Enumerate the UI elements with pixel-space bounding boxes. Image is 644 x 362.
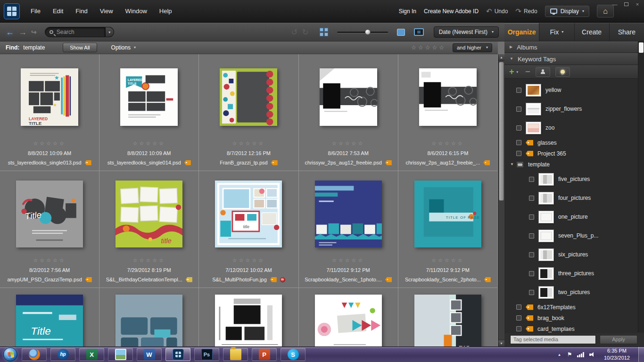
rating-stars[interactable]: ☆☆☆☆☆ xyxy=(33,141,66,148)
media-thumbnail[interactable]: title xyxy=(116,181,182,247)
scrollbar-thumb[interactable] xyxy=(499,62,504,201)
tab-share[interactable]: Share xyxy=(610,23,644,41)
keyword-tag-row[interactable]: zoo xyxy=(510,118,636,137)
tag-checkbox[interactable] xyxy=(529,252,534,257)
search-input[interactable] xyxy=(57,29,98,35)
fullscreen-view-icon[interactable] xyxy=(414,28,424,36)
media-thumbnail[interactable] xyxy=(419,68,477,126)
tag-checkbox[interactable] xyxy=(516,88,521,93)
media-thumbnail[interactable] xyxy=(315,181,382,247)
rotate-left-icon[interactable]: ↺ xyxy=(291,28,297,36)
media-thumbnail[interactable] xyxy=(320,68,377,126)
tag-checkbox[interactable] xyxy=(529,196,534,201)
chevron-down-icon[interactable]: ▾ xyxy=(517,70,519,74)
taskbar-powerpoint-button[interactable]: P xyxy=(252,348,277,361)
media-thumbnail[interactable]: Title xyxy=(16,295,83,346)
scroll-down-button[interactable]: ▼ xyxy=(498,340,504,346)
apply-button[interactable]: Apply xyxy=(600,335,637,344)
rating-stars[interactable]: ☆☆☆☆☆ xyxy=(33,258,66,264)
start-button[interactable] xyxy=(3,347,17,362)
new-keyword-tag-button[interactable]: + xyxy=(509,67,514,76)
rating-stars[interactable]: ☆☆☆☆☆ xyxy=(332,258,364,264)
taskbar-firefox-button[interactable] xyxy=(22,348,47,361)
keyword-tag-row[interactable]: six_pictures xyxy=(510,245,636,264)
grid-scrollbar[interactable]: ▲ ▼ xyxy=(498,54,504,346)
back-button[interactable]: ← xyxy=(6,28,14,36)
expand-arrow-icon[interactable]: ▼ xyxy=(510,163,516,166)
tag-checkbox[interactable] xyxy=(529,271,534,276)
tag-suggestions-button[interactable] xyxy=(555,67,570,77)
tag-checkbox[interactable] xyxy=(516,125,521,131)
media-thumbnail[interactable] xyxy=(315,295,382,346)
tag-checkbox[interactable] xyxy=(516,140,521,145)
keyword-tag-row[interactable]: yellow xyxy=(510,81,636,99)
rating-stars[interactable]: ☆☆☆☆☆ xyxy=(431,258,464,264)
tag-selected-media-input[interactable] xyxy=(510,335,596,344)
keyword-tag-row[interactable]: two_pictures xyxy=(510,283,636,302)
menu-window[interactable]: Window xyxy=(119,0,153,22)
rating-stars[interactable]: ☆☆☆☆☆ xyxy=(232,141,265,148)
media-thumbnail[interactable]: BIGTITLE xyxy=(414,295,481,346)
menu-help[interactable]: Help xyxy=(153,0,178,22)
create-adobe-id-link[interactable]: Create New Adobe ID xyxy=(424,8,479,15)
show-desktop-button[interactable] xyxy=(638,347,644,362)
tray-expand-icon[interactable]: ▴ xyxy=(557,352,562,357)
keyword-tag-row[interactable]: brag_book xyxy=(510,313,636,323)
keyword-tag-row[interactable]: glasses xyxy=(510,137,636,148)
keyword-tag-row[interactable]: zipper_flowers xyxy=(510,99,636,118)
rating-stars[interactable]: ☆☆☆☆☆ xyxy=(133,141,165,148)
sort-order-dropdown[interactable]: Date (Newest First)▾ xyxy=(434,26,499,38)
media-thumbnail[interactable]: Title xyxy=(16,181,83,247)
forward-history-icon[interactable]: ↪ xyxy=(31,29,37,35)
tab-organize[interactable]: Organize xyxy=(504,23,539,41)
restore-button[interactable] xyxy=(623,2,629,7)
rating-stars[interactable]: ☆☆☆☆☆ xyxy=(232,258,265,264)
minimize-button[interactable]: — xyxy=(612,2,618,7)
keyword-tag-row[interactable]: one_picture xyxy=(510,207,636,226)
slider-handle[interactable] xyxy=(365,29,371,35)
single-media-view-icon[interactable] xyxy=(397,29,405,36)
tag-checkbox[interactable] xyxy=(516,107,521,112)
taskbar-clock[interactable]: 6:35 PM 10/23/2012 xyxy=(601,347,633,362)
tag-checkbox[interactable] xyxy=(529,233,534,239)
tag-checkbox[interactable] xyxy=(516,304,521,310)
tag-checkbox[interactable] xyxy=(516,326,521,331)
rotate-right-icon[interactable]: ↻ xyxy=(302,28,308,36)
options-dropdown[interactable]: Options▾ xyxy=(111,44,136,51)
menu-edit[interactable]: Edit xyxy=(47,0,69,22)
undo-button[interactable]: ↶Undo xyxy=(486,8,508,15)
delete-keyword-tag-button[interactable]: − xyxy=(525,67,530,76)
panel-scrollbar[interactable] xyxy=(638,41,644,332)
media-thumbnail[interactable] xyxy=(116,295,182,346)
sign-in-link[interactable]: Sign In xyxy=(399,8,416,15)
search-dropdown-button[interactable]: ▾ xyxy=(105,27,114,37)
tab-create[interactable]: Create xyxy=(575,23,610,41)
taskbar-organizer-button[interactable] xyxy=(165,348,190,361)
rating-filter-stars[interactable]: ☆☆☆☆☆ xyxy=(411,44,446,51)
redo-button[interactable]: ↷Redo xyxy=(515,8,537,15)
albums-header[interactable]: ▶ Albums xyxy=(504,41,644,53)
taskbar-photoshop-button[interactable]: Ps xyxy=(194,348,219,361)
display-dropdown[interactable]: Display▾ xyxy=(545,6,589,17)
media-thumbnail[interactable] xyxy=(220,68,277,126)
keyword-tag-row[interactable]: card_templaes xyxy=(510,323,636,333)
home-button[interactable]: ⌂ xyxy=(597,5,614,17)
forward-button[interactable]: → xyxy=(18,28,27,36)
media-thumbnail[interactable]: ★★LAYEREDTITLE xyxy=(21,68,78,126)
taskbar-word-button[interactable]: W xyxy=(137,348,162,361)
thumbnail-size-slider[interactable] xyxy=(337,32,388,33)
menu-find[interactable]: Find xyxy=(69,0,93,22)
tag-checkbox[interactable] xyxy=(516,151,521,156)
and-higher-dropdown[interactable]: and higher▾ xyxy=(453,43,492,52)
keyword-tags-header[interactable]: ▼ Keyword Tags xyxy=(504,53,644,65)
media-thumbnail[interactable]: LAYEREDTITLE xyxy=(120,68,178,126)
scroll-up-button[interactable]: ▲ xyxy=(498,54,504,61)
keyword-tag-row[interactable]: three_pictures xyxy=(510,264,636,283)
taskbar-explorer-button[interactable] xyxy=(223,348,248,361)
taskbar-photo-viewer-button[interactable] xyxy=(108,348,133,361)
tag-checkbox[interactable] xyxy=(529,214,534,220)
tab-fix[interactable]: Fix▾ xyxy=(539,23,574,41)
keyword-tag-row[interactable]: 6x12Templates xyxy=(510,302,636,313)
taskbar-skype-button[interactable]: S xyxy=(281,348,305,361)
media-thumbnail[interactable]: TITLE OF PAGE xyxy=(414,181,481,247)
